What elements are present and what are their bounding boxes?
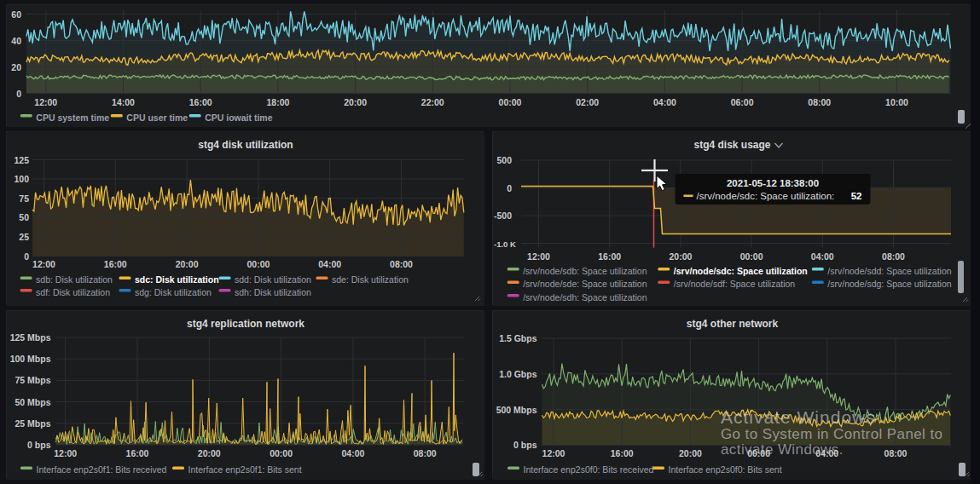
svg-text:0: 0 [24,251,29,262]
svg-text:sdf: Disk utilization: sdf: Disk utilization [36,287,110,297]
svg-text:20: 20 [11,62,21,72]
svg-text:08:00: 08:00 [808,97,831,107]
svg-text:50: 50 [19,212,29,222]
svg-text:/srv/node/sdd: Space utilizati: /srv/node/sdd: Space utilization [827,266,951,276]
svg-text:sdh: Disk utilization: sdh: Disk utilization [235,287,311,297]
svg-text:0: 0 [16,89,21,99]
svg-text:-1.0 K: -1.0 K [494,239,516,249]
svg-text:/srv/node/sdb: Space utilizati: /srv/node/sdb: Space utilization [523,266,647,276]
svg-text:18:00: 18:00 [266,97,289,107]
svg-text:08:00: 08:00 [390,259,413,269]
svg-text:00:00: 00:00 [740,251,763,262]
svg-text:-500: -500 [494,210,512,221]
svg-text:125 Mbps: 125 Mbps [10,332,51,343]
svg-text:Interface enp2s0f1: Bits recei: Interface enp2s0f1: Bits received [37,464,167,475]
svg-text:/srv/node/sdg: Space utilizati: /srv/node/sdg: Space utilization [827,279,951,289]
svg-text:52: 52 [851,191,862,201]
svg-text:Interface enp2s0f0: Bits sent: Interface enp2s0f0: Bits sent [669,464,782,475]
svg-text:2021-05-12 18:38:00: 2021-05-12 18:38:00 [727,178,819,188]
svg-text:CPU system time: CPU system time [36,112,109,123]
svg-text:sdc: Disk utilization: sdc: Disk utilization [135,274,219,285]
svg-text:125: 125 [14,155,29,165]
svg-text:sde: Disk utilization: sde: Disk utilization [332,274,409,285]
svg-text:00:00: 00:00 [270,448,293,458]
svg-text:/srv/node/sdc: Space utilizati: /srv/node/sdc: Space utilization: [697,191,835,201]
svg-text:10:00: 10:00 [885,97,908,107]
svg-text:02:00: 02:00 [576,97,599,107]
svg-text:22:00: 22:00 [421,97,444,107]
svg-text:16:00: 16:00 [189,97,212,107]
svg-text:1.0 Gbps: 1.0 Gbps [499,369,537,379]
svg-text:40: 40 [11,36,21,46]
svg-text:100 Mbps: 100 Mbps [10,354,51,364]
svg-text:0 bps: 0 bps [27,440,51,450]
svg-text:stg4 disk usage: stg4 disk usage [693,139,770,151]
svg-text:0 bps: 0 bps [513,440,537,450]
svg-text:sdb: Disk utilization: sdb: Disk utilization [36,274,113,285]
svg-text:stg4 replication network: stg4 replication network [187,318,304,330]
svg-text:16:00: 16:00 [104,259,127,269]
svg-text:CPU iowait time: CPU iowait time [205,112,273,123]
svg-text:08:00: 08:00 [882,251,905,262]
svg-text:20:00: 20:00 [344,97,367,107]
svg-text:75: 75 [19,193,29,204]
svg-text:12:00: 12:00 [542,448,565,458]
svg-text:/srv/node/sdc: Space utilizati: /srv/node/sdc: Space utilization [674,266,808,276]
svg-text:sdd: Disk utilization: sdd: Disk utilization [235,274,311,285]
svg-text:50 Mbps: 50 Mbps [14,397,50,407]
svg-text:Interface enp2s0f0: Bits recei: Interface enp2s0f0: Bits received [524,464,654,475]
svg-text:12:00: 12:00 [54,448,77,458]
svg-text:500: 500 [496,155,512,165]
svg-text:20:00: 20:00 [176,259,199,269]
svg-text:sdg: Disk utilization: sdg: Disk utilization [135,287,212,297]
svg-text:16:00: 16:00 [126,448,149,458]
svg-text:16:00: 16:00 [611,448,634,458]
svg-text:stg4 other network: stg4 other network [687,318,779,330]
svg-text:08:00: 08:00 [414,448,437,458]
svg-text:100: 100 [14,174,29,184]
svg-text:stg4 disk utilization: stg4 disk utilization [198,139,293,151]
svg-text:14:00: 14:00 [112,97,135,107]
svg-text:20:00: 20:00 [669,251,692,262]
svg-text:Interface enp2s0f1: Bits sent: Interface enp2s0f1: Bits sent [188,464,302,475]
svg-text:12:00: 12:00 [527,251,550,262]
svg-text:04:00: 04:00 [811,251,834,262]
svg-text:CPU user time: CPU user time [126,112,188,123]
svg-text:25: 25 [19,232,29,242]
svg-text:04:00: 04:00 [318,259,341,269]
svg-text:1.5 Gbps: 1.5 Gbps [499,333,537,343]
svg-text:04:00: 04:00 [341,448,364,458]
svg-text:00:00: 00:00 [246,259,270,269]
svg-text:20:00: 20:00 [198,448,221,458]
svg-text:20:00: 20:00 [679,448,702,458]
svg-text:75 Mbps: 75 Mbps [14,375,50,385]
svg-text:500 Mbps: 500 Mbps [496,405,537,415]
svg-text:06:00: 06:00 [731,97,754,107]
svg-text:16:00: 16:00 [598,251,621,262]
svg-text:60: 60 [11,9,21,20]
svg-text:/srv/node/sde: Space utilizati: /srv/node/sde: Space utilization [523,279,647,289]
svg-text:04:00: 04:00 [653,97,676,107]
svg-text:/srv/node/sdh: Space utilizati: /srv/node/sdh: Space utilization [523,292,647,302]
svg-text:00:00: 00:00 [499,97,522,107]
svg-text:25 Mbps: 25 Mbps [14,418,50,429]
svg-text:0: 0 [507,183,512,193]
svg-text:12:00: 12:00 [34,97,57,107]
svg-text:12:00: 12:00 [32,259,55,269]
svg-text:/srv/node/sdf: Space utilizati: /srv/node/sdf: Space utilization [674,279,796,289]
